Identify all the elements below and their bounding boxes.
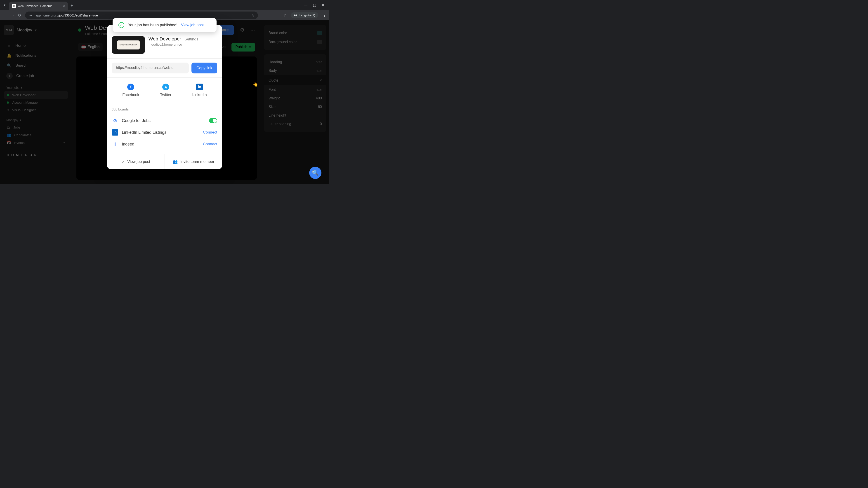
window-controls: — ▢ ✕ [304, 3, 329, 7]
modal-job-title: Web Developer [149, 36, 181, 41]
site-info-icon[interactable]: ⊶ [29, 13, 32, 18]
share-twitter[interactable]: 𝕏 Twitter [160, 84, 171, 97]
indeed-icon: í [112, 141, 118, 147]
view-job-post-button[interactable]: ↗ View job post [107, 154, 164, 169]
modal-domain: moodjoy2.homerun.co [149, 42, 217, 46]
modal-header: hiring with HOMERUN Web Developer Settin… [107, 36, 222, 58]
connect-link[interactable]: Connect [203, 130, 217, 135]
browser-tab[interactable]: H Web Developer · Homerun × [9, 2, 68, 10]
incognito-icon: 🕶 [294, 13, 297, 17]
settings-link[interactable]: Settings [184, 37, 198, 41]
board-linkedin: in LinkedIn Limited Listings Connect [112, 127, 217, 138]
panel-icon[interactable]: ▯ [284, 13, 286, 18]
people-icon: 👥 [173, 159, 178, 164]
toast-message: Your job has been published! [128, 23, 178, 27]
facebook-icon: f [127, 84, 134, 90]
google-icon: G [112, 118, 118, 124]
connect-link[interactable]: Connect [203, 142, 217, 147]
maximize-icon[interactable]: ▢ [313, 3, 316, 7]
job-thumbnail: hiring with HOMERUN [112, 36, 145, 54]
linkedin-icon: in [196, 84, 203, 90]
toast-view-link[interactable]: View job post [181, 23, 204, 27]
reload-icon[interactable]: ⟳ [18, 13, 22, 18]
back-icon[interactable]: ← [3, 13, 7, 18]
arrow-up-right-icon: ↗ [121, 159, 125, 164]
board-indeed: í Indeed Connect [112, 138, 217, 150]
share-linkedin[interactable]: in LinkedIn [192, 84, 207, 97]
incognito-indicator[interactable]: 🕶 Incognito (2) [291, 12, 318, 18]
browser-tabs-bar: ▾ H Web Developer · Homerun × + — ▢ ✕ [0, 0, 329, 10]
copy-link-button[interactable]: Copy link [191, 63, 217, 73]
tab-favicon: H [12, 4, 16, 8]
linkedin-icon: in [112, 129, 118, 135]
tab-close-icon[interactable]: × [63, 4, 65, 8]
forward-icon[interactable]: → [10, 13, 14, 18]
browser-menu-icon[interactable]: ⋮ [323, 13, 327, 18]
job-boards-label: Job boards [112, 107, 217, 111]
close-window-icon[interactable]: ✕ [322, 3, 324, 7]
downloads-icon[interactable]: ⭳ [276, 13, 280, 18]
share-facebook[interactable]: f Facebook [122, 84, 139, 97]
board-google-jobs: G Google for Jobs [112, 115, 217, 127]
minimize-icon[interactable]: — [304, 3, 307, 7]
toggle-switch[interactable] [209, 118, 217, 123]
published-toast: ✓ Your job has been published! View job … [113, 18, 217, 32]
share-modal-overlay: ✓ Your job has been published! View job … [0, 20, 329, 184]
new-tab-button[interactable]: + [70, 3, 73, 8]
check-icon: ✓ [119, 22, 124, 28]
invite-team-button[interactable]: 👥 Invite team member [164, 154, 222, 169]
twitter-icon: 𝕏 [162, 84, 169, 90]
bookmark-icon[interactable]: ☆ [251, 13, 254, 18]
tab-title: Web Developer · Homerun [18, 4, 61, 8]
tabs-dropdown[interactable]: ▾ [0, 1, 9, 9]
share-url-field[interactable]: https://moodjoy2.homerun.co/web-d... [112, 63, 189, 73]
url-text: app.homerun.co/job/336501/edit?share=tru… [35, 13, 248, 17]
share-modal: hiring with HOMERUN Web Developer Settin… [107, 25, 222, 169]
